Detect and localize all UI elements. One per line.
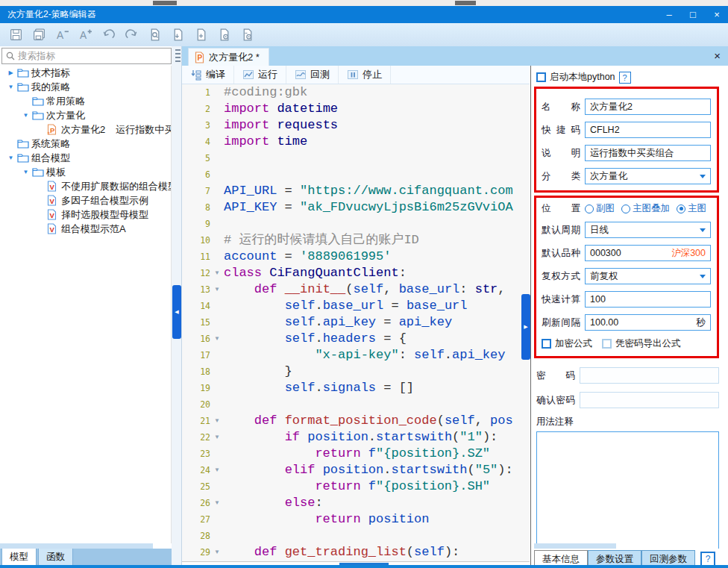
collapse-arrow-icon[interactable]: ▼	[4, 155, 17, 161]
name-field[interactable]	[590, 102, 706, 112]
collapse-right-handle[interactable]: ▶	[521, 294, 530, 360]
search-input[interactable]: 搜索指标	[1, 48, 172, 64]
collapse-left-handle[interactable]: ◀	[172, 285, 181, 339]
fold-spacer	[210, 199, 224, 216]
tree-item[interactable]: 常用策略	[0, 94, 171, 108]
password-field[interactable]	[585, 370, 714, 381]
line-number: 20	[182, 396, 210, 413]
usage-notes-textarea[interactable]	[536, 431, 719, 551]
editor-button-编译[interactable]: 编译	[182, 66, 234, 84]
tree-item[interactable]: V组合模型示范A	[0, 222, 171, 236]
tree-item[interactable]: V多因子组合模型示例	[0, 193, 171, 207]
editor-button-运行[interactable]: 运行	[234, 66, 286, 84]
fold-marker-icon[interactable]: ▼	[210, 331, 224, 347]
sidebar-tree: ▶技术指标▼我的策略常用策略▼次方量化P±次方量化2运行指数中买卖组合系统策略▼…	[0, 66, 172, 543]
fast-calc-field[interactable]	[590, 294, 706, 305]
tree-item[interactable]: ▼次方量化	[0, 108, 171, 122]
expand-arrow-icon[interactable]: ▶	[4, 69, 17, 76]
save-all-icon[interactable]	[32, 28, 46, 42]
tree-item[interactable]: ▼我的策略	[0, 80, 171, 94]
sidebar-horizontal-scrollbar[interactable]	[0, 543, 153, 549]
position-radio-主图叠加[interactable]: 主图叠加	[621, 202, 670, 215]
fold-marker-icon[interactable]: ▼	[210, 413, 224, 429]
code-line: 9	[182, 216, 530, 232]
tree-item[interactable]: 系统策略	[0, 137, 171, 151]
fold-marker-icon[interactable]: ▼	[210, 462, 224, 478]
collapse-arrow-icon[interactable]: ▼	[4, 84, 17, 90]
maximize-button[interactable]: □	[686, 9, 700, 20]
tree-item[interactable]: ▼模板	[0, 165, 171, 179]
default-period-dropdown[interactable]: 日线	[585, 222, 711, 238]
tree-item[interactable]: V择时选股模型母模型	[0, 207, 171, 222]
encrypt-formula-checkbox[interactable]	[542, 339, 551, 349]
fold-marker-icon[interactable]: ▼	[210, 281, 224, 298]
name-label: 名称	[542, 101, 580, 113]
fold-spacer	[210, 363, 224, 380]
folder-icon	[17, 68, 31, 78]
code-area[interactable]: 1#coding:gbk2import datetime3import requ…	[182, 84, 530, 561]
default-symbol-field[interactable]	[590, 248, 671, 258]
find-document-icon[interactable]	[148, 28, 162, 42]
redo-icon[interactable]	[125, 28, 139, 42]
sidebar-tab-函数[interactable]: 函数	[38, 549, 73, 567]
code-line: 13▼ def __init__(self, base_url: str,	[182, 281, 530, 298]
tree-item[interactable]: ▶技术指标	[0, 66, 171, 80]
stop-icon	[347, 69, 359, 81]
fold-marker-icon[interactable]: ▼	[210, 544, 224, 561]
tree-item[interactable]: P±次方量化2运行指数中买卖组合	[0, 122, 171, 137]
radio-icon	[621, 205, 630, 213]
local-python-help-icon[interactable]: ?	[619, 72, 631, 84]
font-increase-icon[interactable]: A	[78, 28, 92, 42]
line-number: 1	[182, 84, 210, 101]
collapse-arrow-icon[interactable]: ▼	[19, 169, 32, 175]
export-document-icon[interactable]	[171, 28, 185, 42]
sidebar-tab-模型[interactable]: 模型	[1, 549, 37, 567]
code-text: self.headers = {	[224, 331, 407, 347]
editor-button-回测[interactable]: 回测	[286, 66, 339, 84]
category-dropdown[interactable]: 次方量化	[585, 168, 711, 184]
editor-tab[interactable]: P 次方量化2 *	[188, 48, 269, 66]
shortcut-field[interactable]	[590, 125, 706, 135]
refresh-interval-field[interactable]	[590, 317, 697, 328]
tree-item[interactable]: V不使用扩展数据的组合模型	[0, 179, 171, 193]
fold-spacer	[210, 446, 224, 462]
save-icon[interactable]	[9, 28, 23, 42]
minimize-button[interactable]: –	[662, 9, 676, 20]
close-button[interactable]: ×	[710, 9, 724, 20]
position-radio-副图[interactable]: 副图	[585, 202, 615, 215]
description-field[interactable]	[590, 148, 706, 158]
password-export-checkbox[interactable]	[602, 339, 612, 349]
formula-settings-icon[interactable]	[240, 28, 254, 42]
dock-grip-icon[interactable]	[175, 49, 181, 62]
panel-help-button[interactable]: ?	[700, 552, 715, 567]
script-settings-icon[interactable]	[217, 28, 231, 42]
font-decrease-icon[interactable]: A	[55, 28, 69, 42]
code-text: # 运行的时候请填入自己的账户ID	[224, 232, 419, 249]
strategy-file-icon: P±	[47, 124, 57, 135]
close-tab-icon[interactable]: ×	[714, 49, 721, 62]
adjust-mode-dropdown[interactable]: 前复权	[585, 268, 711, 284]
code-text: def get_trading_list(self):	[224, 544, 459, 561]
fold-marker-icon[interactable]: ▼	[210, 495, 224, 511]
panel-horizontal-scrollbar[interactable]	[534, 543, 616, 549]
undo-icon[interactable]	[101, 28, 116, 42]
code-text: else:	[224, 495, 323, 511]
collapse-arrow-icon[interactable]: ▼	[19, 112, 32, 119]
position-radio-主图[interactable]: 主图	[677, 202, 706, 215]
line-number: 16	[182, 331, 210, 347]
new-script-icon[interactable]	[194, 28, 208, 42]
code-line: 23 return f"{position}.SZ"	[182, 446, 530, 462]
code-editor[interactable]: 编译运行回测停止 1#coding:gbk2import datetime3im…	[182, 66, 530, 568]
fold-marker-icon[interactable]: ▼	[210, 429, 224, 446]
fold-spacer	[210, 478, 224, 495]
code-line: 28	[182, 528, 530, 544]
fold-marker-icon[interactable]: ▼	[210, 265, 224, 281]
fold-spacer	[210, 232, 224, 249]
local-python-checkbox[interactable]	[536, 72, 546, 82]
tree-item[interactable]: ▼组合模型	[0, 151, 171, 165]
editor-button-停止[interactable]: 停止	[339, 66, 391, 84]
code-line: 5	[182, 150, 530, 166]
editor-button-label: 回测	[310, 68, 330, 81]
code-text: import time	[224, 134, 307, 150]
confirm-password-field[interactable]	[585, 395, 714, 405]
